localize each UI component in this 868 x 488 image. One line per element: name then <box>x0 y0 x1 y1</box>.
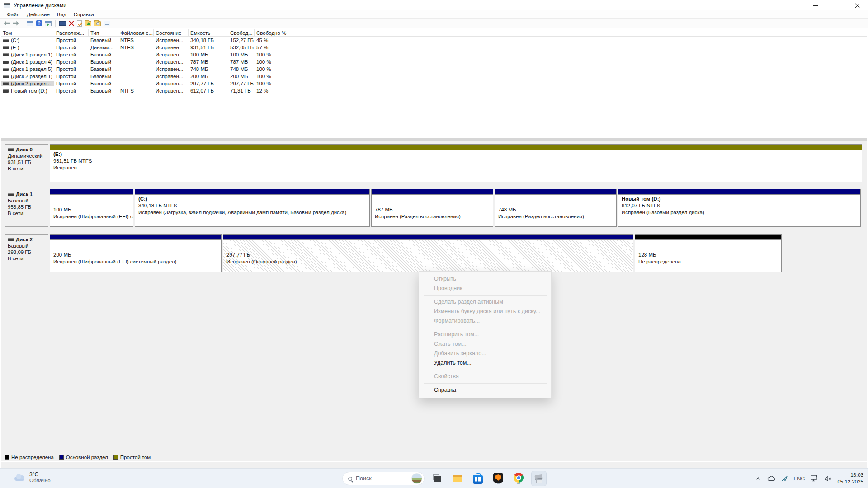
table-row[interactable]: (Диск 1 раздел 5) Простой Базовый Исправ… <box>1 66 867 73</box>
menu-item-properties: Свойства <box>419 372 551 381</box>
disk-1-row: Диск 1 Базовый 953,85 ГБ В сети 100 МБ И… <box>5 189 862 227</box>
col-fs[interactable]: Файловая с... <box>118 29 154 36</box>
col-free-pct[interactable]: Свободно % <box>255 29 295 36</box>
network-icon[interactable] <box>811 475 818 482</box>
check-disk-icon[interactable] <box>77 20 82 27</box>
partition-recovery-787[interactable]: 787 МБ Исправен (Раздел восстановления) <box>371 189 493 227</box>
menu-item-add-mirror: Добавить зеркало... <box>419 349 551 358</box>
col-type[interactable]: Тип <box>89 29 118 36</box>
disk-0-row: Диск 0 Динамический 931,51 ГБ В сети (E:… <box>5 144 863 182</box>
menu-item-mark-active: Сделать раздел активным <box>419 297 551 307</box>
microsoft-store-button[interactable] <box>470 471 486 486</box>
disk-management-taskbar-button[interactable] <box>531 471 547 486</box>
telegram-plane-icon[interactable] <box>781 475 788 482</box>
clock[interactable]: 16:03 05.12.2025 <box>837 472 863 485</box>
store-icon <box>473 475 483 484</box>
weather-widget[interactable]: 3°C Облачно <box>14 471 51 483</box>
menu-item-help[interactable]: Справка <box>419 385 551 395</box>
action-window-icon[interactable] <box>45 21 52 26</box>
search-input[interactable]: Поиск <box>342 472 425 485</box>
primary-partition-strip <box>372 189 493 195</box>
volume-name: (Диск 1 раздел 4) <box>11 59 52 65</box>
volume-icon <box>3 46 9 49</box>
volume-icon <box>3 68 9 71</box>
col-free[interactable]: Свобод... <box>228 29 255 36</box>
close-button[interactable] <box>847 0 868 10</box>
partition-selected[interactable]: 297,77 ГБ Исправен (Основной раздел) <box>223 234 633 272</box>
partition-recovery-748[interactable]: 748 МБ Исправен (Раздел восстановления) <box>495 189 617 227</box>
col-capacity[interactable]: Емкость <box>189 29 228 36</box>
minimize-button[interactable] <box>805 0 826 10</box>
col-status[interactable]: Состояние <box>154 29 189 36</box>
disk-icon <box>8 238 14 241</box>
tray-time: 16:03 <box>837 472 863 479</box>
forward-icon[interactable] <box>13 21 19 26</box>
table-row-selected[interactable]: (Диск 2 раздел... Простой Базовый Исправ… <box>1 80 867 87</box>
task-view-button[interactable] <box>429 471 445 486</box>
security-app-button[interactable] <box>491 471 506 486</box>
primary-partition-strip <box>50 235 221 240</box>
menu-item-format: Форматировать... <box>419 316 551 326</box>
menu-help[interactable]: Справка <box>70 12 98 17</box>
folder-search-icon[interactable] <box>94 21 101 26</box>
menu-separator <box>424 295 547 296</box>
disk-management-window: Управление дисками Файл Действие Вид Спр… <box>0 0 868 468</box>
context-menu: Открыть Проводник Сделать раздел активны… <box>419 271 552 398</box>
volume-icon <box>3 89 9 93</box>
legend: Не распределена Основной раздел Простой … <box>5 455 151 460</box>
table-row[interactable]: (E:) Простой Динами... NTFS Исправен 931… <box>1 44 867 51</box>
file-explorer-button[interactable] <box>450 471 465 486</box>
language-indicator[interactable]: ENG <box>794 476 805 481</box>
col-volume[interactable]: Том <box>1 29 54 36</box>
table-row[interactable]: Новый том (D:) Простой Базовый NTFS Испр… <box>1 87 867 94</box>
disk-icon <box>8 193 14 196</box>
partition-efi-disk2[interactable]: 200 МБ Исправен (Шифрованный (EFI) систе… <box>50 234 222 272</box>
properties-icon[interactable] <box>104 21 110 26</box>
menu-view[interactable]: Вид <box>53 12 70 17</box>
partition-efi-disk1[interactable]: 100 МБ Исправен (Шифрованный (EFI) си <box>50 189 133 227</box>
delete-volume-icon[interactable] <box>69 21 74 26</box>
back-icon[interactable] <box>4 21 10 26</box>
menu-item-open: Открыть <box>419 274 551 284</box>
partition-e[interactable]: (E:) 931,51 ГБ NTFS Исправен <box>50 144 862 182</box>
console-icon[interactable] <box>59 21 66 26</box>
help-icon[interactable]: ? <box>36 20 42 26</box>
search-icon <box>348 477 352 481</box>
desktop: Управление дисками Файл Действие Вид Спр… <box>0 0 868 488</box>
chrome-button[interactable] <box>511 471 526 486</box>
search-placeholder: Поиск <box>356 475 372 482</box>
menu-action[interactable]: Действие <box>23 12 53 17</box>
table-row[interactable]: (Диск 2 раздел 1) Простой Базовый Исправ… <box>1 73 867 80</box>
folder-up-icon[interactable] <box>85 21 91 26</box>
titlebar: Управление дисками <box>0 0 868 10</box>
volume-name: Новый том (D:) <box>11 88 47 94</box>
menu-file[interactable]: Файл <box>3 12 23 17</box>
volume-name: (Диск 1 раздел 5) <box>11 66 52 72</box>
table-row[interactable]: (Диск 1 раздел 1) Простой Базовый Исправ… <box>1 51 867 58</box>
table-row[interactable]: (Диск 1 раздел 4) Простой Базовый Исправ… <box>1 58 867 66</box>
tray-overflow-chevron-icon[interactable] <box>755 476 761 481</box>
disk-0-label[interactable]: Диск 0 Динамический 931,51 ГБ В сети <box>5 144 48 182</box>
disk-2-label[interactable]: Диск 2 Базовый 298,09 ГБ В сети <box>5 234 48 272</box>
partition-c[interactable]: (C:) 340,18 ГБ NTFS Исправен (Загрузка, … <box>135 189 370 227</box>
start-button[interactable] <box>326 473 337 484</box>
col-layout[interactable]: Располож... <box>54 29 89 36</box>
search-highlight-image <box>411 473 422 484</box>
disk-1-label[interactable]: Диск 1 Базовый 953,85 ГБ В сети <box>5 189 48 227</box>
onedrive-cloud-icon[interactable] <box>767 476 775 481</box>
folder-icon <box>452 473 463 484</box>
weather-condition: Облачно <box>29 478 51 483</box>
primary-partition-strip <box>495 189 616 195</box>
legend-simple-swatch <box>113 455 118 460</box>
table-row[interactable]: (C:) Простой Базовый NTFS Исправен... 34… <box>1 37 867 44</box>
partition-d[interactable]: Новый том (D:) 612,07 ГБ NTFS Исправен (… <box>618 189 861 227</box>
menu-item-delete-volume[interactable]: Удалить том... <box>419 358 551 368</box>
show-window-icon[interactable] <box>27 21 33 26</box>
volume-name: (Диск 2 раздел 1) <box>11 74 52 79</box>
pane-splitter[interactable] <box>1 138 867 141</box>
restore-button[interactable] <box>826 0 847 10</box>
volume-speaker-icon[interactable] <box>824 476 831 482</box>
menu-separator <box>424 383 547 384</box>
partition-unallocated[interactable]: 128 МБ Не распределена <box>635 234 782 272</box>
weather-temp: 3°C <box>29 471 51 478</box>
